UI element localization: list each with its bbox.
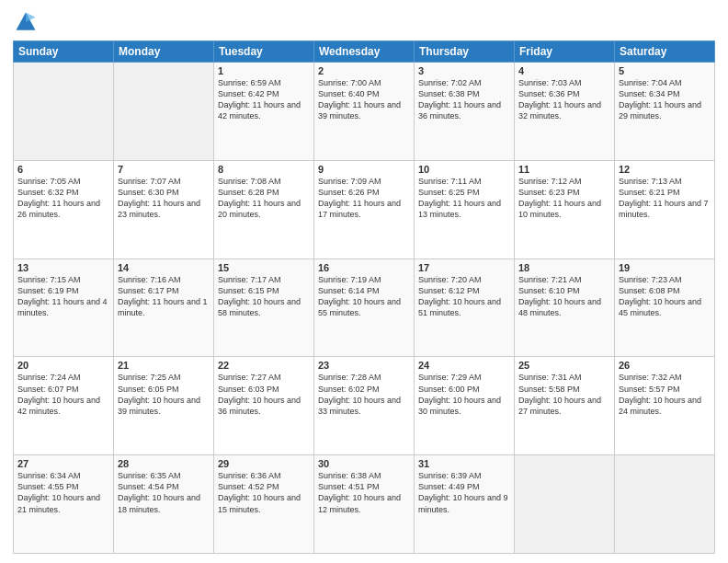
day-info: Sunrise: 6:39 AM Sunset: 4:49 PM Dayligh…	[418, 470, 510, 515]
day-cell: 24Sunrise: 7:29 AM Sunset: 6:00 PM Dayli…	[415, 357, 515, 455]
day-cell	[114, 63, 214, 161]
day-number: 19	[619, 262, 711, 273]
day-cell	[14, 63, 114, 161]
week-row-4: 27Sunrise: 6:34 AM Sunset: 4:55 PM Dayli…	[14, 455, 715, 554]
day-number: 21	[118, 360, 210, 371]
day-number: 16	[318, 262, 410, 273]
day-number: 28	[118, 458, 210, 469]
day-info: Sunrise: 7:23 AM Sunset: 6:08 PM Dayligh…	[619, 274, 711, 319]
day-info: Sunrise: 7:21 AM Sunset: 6:10 PM Dayligh…	[518, 274, 610, 319]
weekday-wednesday: Wednesday	[314, 41, 415, 63]
calendar-header: SundayMondayTuesdayWednesdayThursdayFrid…	[14, 41, 715, 63]
day-cell: 8Sunrise: 7:08 AM Sunset: 6:28 PM Daylig…	[214, 160, 314, 259]
day-info: Sunrise: 7:28 AM Sunset: 6:02 PM Dayligh…	[318, 372, 410, 417]
day-cell: 21Sunrise: 7:25 AM Sunset: 6:05 PM Dayli…	[114, 357, 214, 455]
day-cell: 28Sunrise: 6:35 AM Sunset: 4:54 PM Dayli…	[114, 455, 214, 554]
day-number: 22	[218, 360, 310, 371]
day-info: Sunrise: 6:35 AM Sunset: 4:54 PM Dayligh…	[118, 470, 210, 515]
day-cell: 3Sunrise: 7:02 AM Sunset: 6:38 PM Daylig…	[415, 63, 515, 161]
day-number: 12	[619, 164, 711, 175]
day-number: 1	[218, 65, 310, 76]
day-cell: 29Sunrise: 6:36 AM Sunset: 4:52 PM Dayli…	[214, 455, 314, 554]
day-info: Sunrise: 7:27 AM Sunset: 6:03 PM Dayligh…	[218, 372, 310, 417]
day-info: Sunrise: 7:31 AM Sunset: 5:58 PM Dayligh…	[518, 372, 610, 417]
day-number: 17	[418, 262, 510, 273]
day-cell: 12Sunrise: 7:13 AM Sunset: 6:21 PM Dayli…	[615, 160, 715, 259]
day-info: Sunrise: 7:15 AM Sunset: 6:19 PM Dayligh…	[17, 274, 109, 319]
weekday-saturday: Saturday	[615, 41, 715, 63]
day-cell: 18Sunrise: 7:21 AM Sunset: 6:10 PM Dayli…	[515, 259, 615, 357]
week-row-0: 1Sunrise: 6:59 AM Sunset: 6:42 PM Daylig…	[14, 63, 715, 161]
day-cell: 11Sunrise: 7:12 AM Sunset: 6:23 PM Dayli…	[515, 160, 615, 259]
day-info: Sunrise: 6:38 AM Sunset: 4:51 PM Dayligh…	[318, 470, 410, 515]
calendar-table: SundayMondayTuesdayWednesdayThursdayFrid…	[13, 40, 715, 554]
weekday-monday: Monday	[114, 41, 214, 63]
day-info: Sunrise: 7:16 AM Sunset: 6:17 PM Dayligh…	[118, 274, 210, 319]
day-info: Sunrise: 6:36 AM Sunset: 4:52 PM Dayligh…	[218, 470, 310, 515]
weekday-friday: Friday	[515, 41, 615, 63]
day-info: Sunrise: 7:29 AM Sunset: 6:00 PM Dayligh…	[418, 372, 510, 417]
day-cell	[515, 455, 615, 554]
day-info: Sunrise: 7:11 AM Sunset: 6:25 PM Dayligh…	[418, 176, 510, 221]
day-cell: 27Sunrise: 6:34 AM Sunset: 4:55 PM Dayli…	[14, 455, 114, 554]
day-number: 9	[318, 164, 410, 175]
day-info: Sunrise: 7:20 AM Sunset: 6:12 PM Dayligh…	[418, 274, 510, 319]
day-info: Sunrise: 7:32 AM Sunset: 5:57 PM Dayligh…	[619, 372, 711, 417]
day-info: Sunrise: 7:19 AM Sunset: 6:14 PM Dayligh…	[318, 274, 410, 319]
day-cell: 19Sunrise: 7:23 AM Sunset: 6:08 PM Dayli…	[615, 259, 715, 357]
logo-icon	[13, 9, 39, 35]
day-info: Sunrise: 7:04 AM Sunset: 6:34 PM Dayligh…	[619, 77, 711, 122]
day-number: 27	[17, 458, 109, 469]
weekday-header-row: SundayMondayTuesdayWednesdayThursdayFrid…	[14, 41, 715, 63]
day-info: Sunrise: 6:34 AM Sunset: 4:55 PM Dayligh…	[17, 470, 109, 515]
day-number: 23	[318, 360, 410, 371]
day-info: Sunrise: 7:13 AM Sunset: 6:21 PM Dayligh…	[619, 176, 711, 221]
day-number: 14	[118, 262, 210, 273]
day-info: Sunrise: 7:08 AM Sunset: 6:28 PM Dayligh…	[218, 176, 310, 221]
day-cell	[615, 455, 715, 554]
day-cell: 20Sunrise: 7:24 AM Sunset: 6:07 PM Dayli…	[14, 357, 114, 455]
day-number: 13	[17, 262, 109, 273]
calendar-body: 1Sunrise: 6:59 AM Sunset: 6:42 PM Daylig…	[14, 63, 715, 554]
svg-marker-1	[26, 13, 36, 23]
day-info: Sunrise: 6:59 AM Sunset: 6:42 PM Dayligh…	[218, 77, 310, 122]
day-cell: 30Sunrise: 6:38 AM Sunset: 4:51 PM Dayli…	[314, 455, 415, 554]
day-cell: 6Sunrise: 7:05 AM Sunset: 6:32 PM Daylig…	[14, 160, 114, 259]
week-row-3: 20Sunrise: 7:24 AM Sunset: 6:07 PM Dayli…	[14, 357, 715, 455]
header	[13, 9, 715, 35]
logo	[13, 9, 42, 35]
day-cell: 31Sunrise: 6:39 AM Sunset: 4:49 PM Dayli…	[415, 455, 515, 554]
day-cell: 23Sunrise: 7:28 AM Sunset: 6:02 PM Dayli…	[314, 357, 415, 455]
day-number: 29	[218, 458, 310, 469]
weekday-thursday: Thursday	[415, 41, 515, 63]
day-number: 24	[418, 360, 510, 371]
day-number: 7	[118, 164, 210, 175]
day-cell: 9Sunrise: 7:09 AM Sunset: 6:26 PM Daylig…	[314, 160, 415, 259]
day-cell: 13Sunrise: 7:15 AM Sunset: 6:19 PM Dayli…	[14, 259, 114, 357]
day-number: 8	[218, 164, 310, 175]
day-number: 18	[518, 262, 610, 273]
day-info: Sunrise: 7:25 AM Sunset: 6:05 PM Dayligh…	[118, 372, 210, 417]
day-number: 10	[418, 164, 510, 175]
day-number: 31	[418, 458, 510, 469]
day-cell: 2Sunrise: 7:00 AM Sunset: 6:40 PM Daylig…	[314, 63, 415, 161]
day-number: 3	[418, 65, 510, 76]
week-row-1: 6Sunrise: 7:05 AM Sunset: 6:32 PM Daylig…	[14, 160, 715, 259]
day-number: 2	[318, 65, 410, 76]
day-info: Sunrise: 7:12 AM Sunset: 6:23 PM Dayligh…	[518, 176, 610, 221]
day-info: Sunrise: 7:17 AM Sunset: 6:15 PM Dayligh…	[218, 274, 310, 319]
day-cell: 25Sunrise: 7:31 AM Sunset: 5:58 PM Dayli…	[515, 357, 615, 455]
day-cell: 26Sunrise: 7:32 AM Sunset: 5:57 PM Dayli…	[615, 357, 715, 455]
day-number: 30	[318, 458, 410, 469]
day-cell: 7Sunrise: 7:07 AM Sunset: 6:30 PM Daylig…	[114, 160, 214, 259]
day-info: Sunrise: 7:24 AM Sunset: 6:07 PM Dayligh…	[17, 372, 109, 417]
day-cell: 16Sunrise: 7:19 AM Sunset: 6:14 PM Dayli…	[314, 259, 415, 357]
day-number: 6	[17, 164, 109, 175]
day-cell: 14Sunrise: 7:16 AM Sunset: 6:17 PM Dayli…	[114, 259, 214, 357]
day-cell: 15Sunrise: 7:17 AM Sunset: 6:15 PM Dayli…	[214, 259, 314, 357]
day-info: Sunrise: 7:05 AM Sunset: 6:32 PM Dayligh…	[17, 176, 109, 221]
day-info: Sunrise: 7:09 AM Sunset: 6:26 PM Dayligh…	[318, 176, 410, 221]
day-number: 25	[518, 360, 610, 371]
day-info: Sunrise: 7:00 AM Sunset: 6:40 PM Dayligh…	[318, 77, 410, 122]
day-number: 26	[619, 360, 711, 371]
